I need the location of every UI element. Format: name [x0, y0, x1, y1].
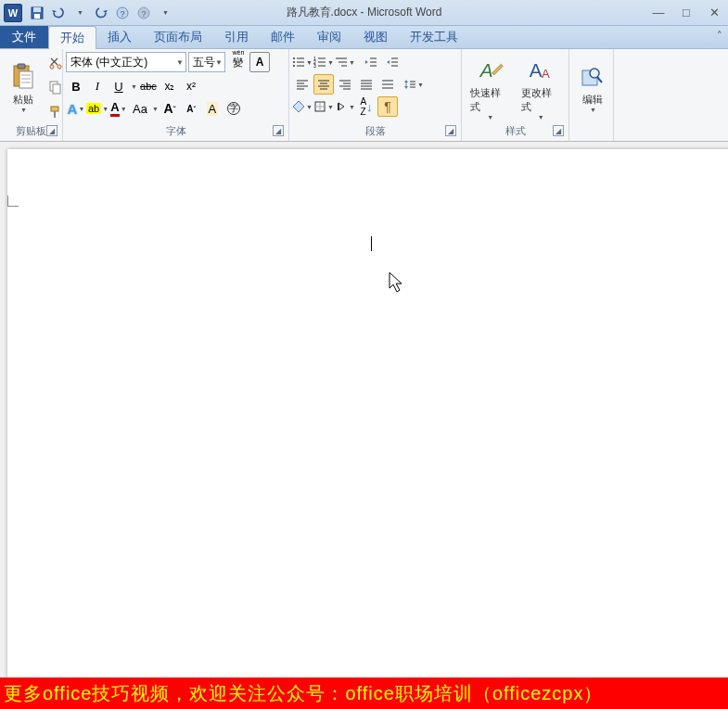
svg-rect-9: [19, 71, 32, 88]
svg-text:?: ?: [120, 9, 124, 19]
svg-rect-1: [33, 7, 41, 12]
paste-label: 粘贴: [13, 93, 33, 107]
close-button[interactable]: ✕: [700, 3, 728, 23]
paragraph-dialog-launcher[interactable]: ◢: [445, 125, 456, 136]
tab-home[interactable]: 开始: [48, 26, 96, 49]
increase-indent-button[interactable]: [382, 52, 402, 72]
show-marks-button[interactable]: ¶: [377, 96, 398, 117]
group-paragraph: ▼ 123▼ ▼ ▼ ▼ ▼ ▼ AZ↓ ¶: [289, 49, 462, 141]
svg-point-21: [293, 61, 295, 63]
svg-rect-8: [18, 64, 25, 69]
change-styles-button[interactable]: AA 更改样式 ▼: [516, 51, 567, 124]
svg-text:A: A: [530, 58, 543, 80]
sort-button[interactable]: AZ↓: [356, 96, 377, 117]
redo-button[interactable]: [92, 4, 110, 22]
bold-button[interactable]: B: [66, 76, 86, 96]
document-name: 路凡教育.docx: [287, 6, 358, 19]
font-color-button[interactable]: A▼: [109, 98, 129, 119]
align-justify-button[interactable]: [356, 74, 377, 95]
quick-styles-button[interactable]: A 快速样式 ▼: [465, 51, 516, 124]
tab-developer[interactable]: 开发工具: [399, 26, 469, 48]
window-title: 路凡教育.docx - Microsoft Word: [287, 5, 442, 20]
group-styles-label: 样式◢: [465, 124, 566, 139]
shrink-font-button[interactable]: Aˇ: [181, 98, 201, 119]
tab-view[interactable]: 视图: [352, 26, 399, 48]
file-tab[interactable]: 文件: [0, 26, 48, 48]
text-effects-button[interactable]: A▼: [66, 98, 86, 119]
strikethrough-button[interactable]: abc: [138, 76, 159, 96]
group-styles: A 快速样式 ▼ AA 更改样式 ▼ 样式◢: [462, 49, 569, 141]
change-styles-icon: AA: [526, 56, 556, 85]
enclose-char-button[interactable]: 字: [224, 98, 244, 119]
paste-icon: [8, 62, 38, 92]
svg-point-23: [293, 65, 295, 67]
minimize-button[interactable]: —: [645, 3, 672, 23]
font-size-combo[interactable]: 五号▼: [188, 52, 225, 72]
subscript-button[interactable]: x₂: [160, 76, 180, 96]
clipboard-dialog-launcher[interactable]: ◢: [46, 125, 57, 136]
group-font: 宋体 (中文正文)▼ 五号▼ wén變 A B I U▼ abc x₂ x² A…: [63, 49, 289, 141]
svg-line-72: [597, 77, 602, 82]
font-dialog-launcher[interactable]: ◢: [273, 125, 284, 136]
tab-stop-indicator: [7, 196, 19, 207]
minimize-ribbon-button[interactable]: ˄: [717, 30, 722, 42]
bullets-button[interactable]: ▼: [292, 52, 313, 72]
title-bar: W ▼ ? ? ▼ 路凡教育.docx - Microsoft Word — □…: [0, 0, 728, 26]
asian-layout-button[interactable]: ▼: [335, 96, 355, 117]
svg-text:3: 3: [313, 63, 316, 69]
multilevel-list-button[interactable]: ▼: [335, 52, 355, 72]
chevron-down-icon: ▼: [20, 107, 27, 113]
save-button[interactable]: [28, 4, 46, 22]
change-case-button[interactable]: Aa: [130, 98, 150, 119]
grow-font-button[interactable]: Aˇ: [160, 98, 180, 119]
superscript-button[interactable]: x²: [181, 76, 201, 96]
tab-mailings[interactable]: 邮件: [260, 26, 306, 48]
shading-button[interactable]: ▼: [292, 96, 313, 117]
tab-review[interactable]: 审阅: [306, 26, 352, 48]
underline-button[interactable]: U: [109, 76, 129, 96]
group-paragraph-label: 段落◢: [292, 124, 458, 139]
svg-rect-16: [53, 84, 60, 94]
text-cursor: [371, 236, 372, 251]
clear-formatting-button[interactable]: A: [202, 98, 223, 119]
svg-text:A: A: [479, 58, 493, 80]
align-distributed-button[interactable]: [377, 74, 398, 95]
tab-insert[interactable]: 插入: [96, 26, 143, 48]
tab-references[interactable]: 引用: [213, 26, 260, 48]
undo-dropdown[interactable]: ▼: [70, 4, 89, 22]
svg-point-14: [57, 65, 61, 69]
numbering-button[interactable]: 123▼: [313, 52, 334, 72]
italic-button[interactable]: I: [87, 76, 108, 96]
qat-customize[interactable]: ▼: [156, 4, 174, 22]
document-page[interactable]: [7, 149, 728, 677]
line-spacing-button[interactable]: ▼: [403, 74, 424, 95]
highlight-button[interactable]: ab▼: [87, 98, 108, 119]
ribbon: 粘贴 ▼ 剪贴板◢ 宋体 (中文正文)▼ 五号▼ wén變 A B: [0, 49, 728, 142]
svg-rect-17: [51, 107, 58, 111]
svg-text:?: ?: [141, 9, 146, 19]
align-right-button[interactable]: [335, 74, 355, 95]
help1-icon[interactable]: ?: [113, 4, 132, 22]
document-area[interactable]: [0, 142, 728, 677]
align-left-button[interactable]: [292, 74, 313, 95]
decrease-indent-button[interactable]: [361, 52, 381, 72]
undo-button[interactable]: [49, 4, 68, 22]
help2-icon[interactable]: ?: [134, 4, 153, 22]
align-center-button[interactable]: [313, 74, 334, 95]
borders-button[interactable]: ▼: [313, 96, 334, 117]
quick-access-toolbar: ▼ ? ? ▼: [28, 4, 174, 22]
maximize-button[interactable]: □: [672, 3, 700, 23]
bottom-banner: 更多office技巧视频，欢迎关注公众号：office职场培训（officezc…: [0, 677, 728, 709]
font-name-combo[interactable]: 宋体 (中文正文)▼: [66, 52, 186, 72]
group-editing: 编辑 ▼: [569, 49, 614, 141]
ribbon-tab-bar: 文件 开始 插入 页面布局 引用 邮件 审阅 视图 开发工具 ˄: [0, 26, 728, 49]
tab-pagelayout[interactable]: 页面布局: [143, 26, 213, 48]
styles-dialog-launcher[interactable]: ◢: [553, 125, 564, 136]
paste-button[interactable]: 粘贴 ▼: [3, 51, 44, 124]
phonetic-guide-button[interactable]: wén變: [227, 52, 248, 72]
app-name: Microsoft Word: [367, 6, 441, 19]
char-border-button[interactable]: A: [249, 52, 270, 72]
find-button[interactable]: 编辑 ▼: [572, 51, 613, 124]
find-icon: [578, 62, 607, 92]
word-icon: W: [4, 4, 22, 22]
